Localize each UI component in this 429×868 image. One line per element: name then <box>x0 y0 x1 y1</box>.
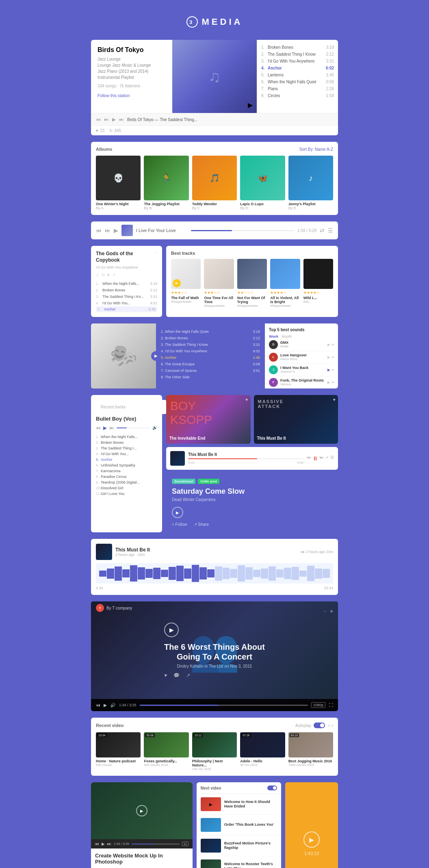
tab-week[interactable]: Week <box>269 334 278 339</box>
vc-prev[interactable]: ⏮ <box>96 703 100 707</box>
mp-next[interactable]: ⏭ <box>320 455 324 462</box>
nvp-thumb <box>201 818 221 832</box>
rt-item: 4.I'd Go With You... <box>96 451 157 457</box>
follow-station-link[interactable]: Follow this station <box>98 93 130 98</box>
video-thumb-item[interactable]: 50:08 Foxes genetically... 500 results 2… <box>144 732 188 771</box>
bvm-play-circle[interactable]: ▶ <box>136 805 147 816</box>
rt-prev[interactable]: ⏮ <box>96 425 101 431</box>
best-track-item[interactable]: ★★★☆☆ One Time For All Time 65daysofstat… <box>204 259 234 307</box>
rt-progress[interactable] <box>117 427 150 428</box>
video-play-circle[interactable]: ▶ <box>164 623 179 637</box>
playlist-share[interactable]: ↗ <box>112 273 115 277</box>
sound-play[interactable]: ▶ <box>327 368 330 372</box>
next-button[interactable]: ⏭ <box>104 117 109 122</box>
rt-play[interactable]: ▶ <box>103 425 107 431</box>
skip-button[interactable]: ⏭ <box>119 117 124 122</box>
album-item[interactable]: 🎵 Teddy Wender By C. <box>192 156 237 210</box>
rv-prev-arrow[interactable]: ‹ <box>328 723 330 728</box>
sound-play[interactable]: ▶ <box>327 355 330 359</box>
album-heart[interactable]: ♥ <box>246 397 248 402</box>
album-item[interactable]: 🏃 The Jogging Playlist By B. <box>144 156 188 210</box>
play-button[interactable]: ▶ <box>248 101 253 109</box>
playlist-repeat[interactable]: ↻ <box>102 273 105 277</box>
bvm-play[interactable]: ▶ <box>102 842 105 846</box>
vc-play[interactable]: ▶ <box>104 703 107 708</box>
nvp-autoplay-toggle[interactable] <box>267 786 277 790</box>
album-item[interactable]: 💀 One Winter's Night By A. <box>96 156 141 210</box>
vc-quality[interactable]: 1080p <box>311 702 325 708</box>
album-cards-row: BOYKSOPP The Inevitable End ♥ MASSIVEATT… <box>166 395 338 444</box>
nvp-item[interactable]: ▶ Welcome to How It Should Have Ended <box>197 794 281 815</box>
bvm-prev[interactable]: ⏮ <box>95 842 99 846</box>
recent-section: Recent tracks Bullet Boy (Vox) ⏮ ▶ ⏭ 🔊 1… <box>91 395 338 533</box>
mini-play[interactable]: ▶ <box>114 227 118 234</box>
video-action-comment[interactable]: 💬 <box>173 673 180 678</box>
mp-shuffle[interactable]: ⤢ <box>325 455 329 462</box>
sound-heart[interactable]: ♥ <box>332 355 334 359</box>
best-track-item[interactable]: ▶ ★★★☆☆ The Fall of Math 65daysofstatic <box>171 259 201 307</box>
bvm-next[interactable]: ⏭ <box>107 842 111 846</box>
saturday-follow[interactable]: + Follow <box>172 522 187 527</box>
rt-next[interactable]: ⏭ <box>109 425 114 431</box>
sound-play[interactable]: ▶ <box>327 380 330 384</box>
best-track-item[interactable]: ★★☆☆☆ Not For Want Of Trying 65daysofsta… <box>237 259 267 307</box>
video-thumb-item[interactable]: 23:12 Philosophy | Next Nature... 100 re… <box>192 732 237 771</box>
vc-vol[interactable]: 🔊 <box>110 703 116 708</box>
saturday-play[interactable]: ▶ <box>172 507 183 518</box>
vc-progress[interactable] <box>140 705 308 706</box>
maculada-play[interactable]: ▶ <box>303 831 320 848</box>
nvp-item[interactable]: Welcome to Rooster Teeth's Let's Play <box>197 856 281 868</box>
play-pause-button[interactable]: ▶ <box>112 117 116 122</box>
playlist-track-active[interactable]: 5.Anchor5:45 <box>96 306 157 312</box>
nvp-item[interactable]: BuzzFeed Motion Picture's flagship <box>197 835 281 856</box>
album-item[interactable]: 🦋 Lapis O Lupo By D. <box>240 156 285 210</box>
album-artist: By A. <box>96 206 141 210</box>
lpt-item-active[interactable]: 5. Anchor1:45 <box>161 354 260 361</box>
large-play-button[interactable]: ▶ <box>151 351 161 361</box>
prev-button[interactable]: ⏮ <box>96 117 101 122</box>
playlist-like[interactable]: ♥ <box>107 273 110 277</box>
rt-item-active[interactable]: 5.Anchor <box>96 457 157 462</box>
vc-fullscreen[interactable]: ⛶ <box>329 703 333 707</box>
sound-heart[interactable]: ♥ <box>332 343 334 347</box>
albums-right: BOYKSOPP The Inevitable End ♥ MASSIVEATT… <box>166 395 338 533</box>
bvm-progress[interactable] <box>132 844 180 844</box>
album-heart[interactable]: ♥ <box>333 397 336 402</box>
rv-next-arrow[interactable]: › <box>332 723 333 728</box>
mp-progress[interactable] <box>188 458 303 459</box>
sound-heart[interactable]: ♥ <box>332 368 334 372</box>
waveform-next[interactable]: ⏭ 2 hours ago 23m <box>301 550 333 554</box>
best-track-item[interactable]: ★★★★☆ Wild L... 65d... <box>303 259 333 307</box>
rt-volume[interactable]: 🔊 <box>152 425 157 430</box>
video-thumb-item[interactable]: 60:16 Best Jogging Music 2016 7000 resul… <box>288 732 333 771</box>
playlist-shuffle[interactable]: ⤢ <box>96 273 99 277</box>
video-thumb-item[interactable]: 10:34 Home · Nature podcast 500 results <box>96 732 141 771</box>
mini-next[interactable]: ⏭ <box>105 227 110 234</box>
mini-prev[interactable]: ⏮ <box>96 227 102 234</box>
playlist-more[interactable]: ··· <box>154 251 157 255</box>
video-action-more[interactable]: ··· <box>323 609 327 614</box>
music-player-card: Birds Of Tokyo Jazz LoungeLounge Jazz Mu… <box>91 40 338 135</box>
video-action-forward[interactable]: ↗ <box>186 673 190 678</box>
track-item-active[interactable]: 4.Anchor6:02 <box>261 65 334 72</box>
album-item[interactable]: ♪ Jenny's Playlist By E. <box>288 156 333 210</box>
saturday-share[interactable]: ↗ Share <box>194 522 209 527</box>
mp-queue[interactable]: ☰ <box>330 455 334 462</box>
sound-play[interactable]: ▶ <box>327 343 330 347</box>
album-card-massive[interactable]: MASSIVEATTACK This Must Be It ♥ <box>254 395 338 444</box>
video-action-close[interactable]: ✕ <box>330 609 333 614</box>
mini-shuffle[interactable]: ⇄ <box>320 227 325 234</box>
sound-heart[interactable]: ♥ <box>332 380 334 384</box>
autoplay-toggle[interactable] <box>314 723 325 728</box>
album-card-royksopp[interactable]: BOYKSOPP The Inevitable End ♥ <box>166 395 251 444</box>
mp-prev[interactable]: ⏮ <box>307 455 311 462</box>
video-action-heart[interactable]: ♥ <box>164 673 167 678</box>
video-thumb-item[interactable]: 07:26 Adele - Hello 50 res 2015 <box>240 732 285 771</box>
mini-queue[interactable]: ☰ <box>328 227 333 234</box>
mini-progress-bar[interactable] <box>191 230 294 231</box>
mp-play[interactable]: ⏸ <box>312 455 318 462</box>
nvp-item[interactable]: Order 'This Book Loves You' <box>197 815 281 835</box>
waveform-visualizer[interactable] <box>96 563 333 584</box>
best-track-item[interactable]: ★★★★☆ All Is Violent, All Is Bright 65da… <box>270 259 300 307</box>
tab-month[interactable]: Month <box>282 334 292 339</box>
